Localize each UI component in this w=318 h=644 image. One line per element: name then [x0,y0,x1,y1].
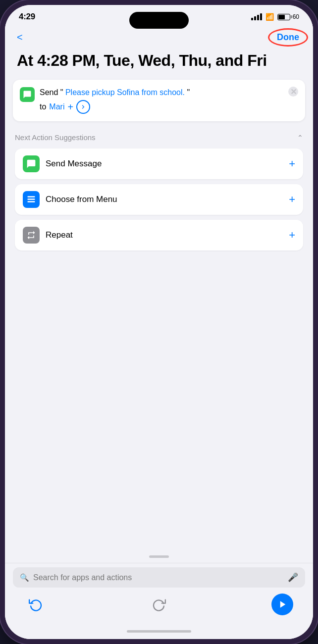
svg-rect-1 [28,199,35,200]
action-send-prefix: Send " [40,88,65,97]
suggestion-send-message[interactable]: Send Message + [15,149,303,179]
undo-icon [29,597,43,611]
suggestions-header: Next Action Suggestions ⌃ [15,133,303,142]
search-bar[interactable]: 🔍 🎤 [13,567,305,588]
home-indicator [5,623,313,639]
expand-action-button[interactable] [76,100,90,114]
status-time: 4:29 [19,12,35,22]
play-button[interactable] [271,594,293,615]
action-to-word: to [40,101,46,113]
svg-rect-2 [28,201,35,203]
svg-rect-0 [28,197,35,198]
suggestion-choose-from-menu[interactable]: Choose from Menu + [15,184,303,215]
messages-app-icon [20,87,35,102]
search-icon: 🔍 [20,573,29,582]
action-message-content[interactable]: Please pickup Sofina from school. [65,88,185,97]
send-message-icon [23,155,40,172]
microphone-icon[interactable]: 🎤 [288,572,298,583]
message-bubble-icon [23,90,32,99]
recipient-tag[interactable]: Mari [49,101,64,113]
suggestion-repeat-label: Repeat [46,230,283,240]
wifi-icon: 📶 [265,13,274,21]
action-text-container: Send " Please pickup Sofina from school.… [40,87,281,114]
home-bar [127,630,191,633]
message-icon [26,159,36,169]
menu-icon [26,195,36,204]
back-button[interactable]: < [15,30,25,45]
chevron-right-icon [80,104,86,110]
title-section: At 4:28 PM, Tue, Wed, Thu, and Fri [5,49,313,80]
add-recipient-button[interactable]: + [67,99,73,114]
content-area: < Done At 4:28 PM, Tue, Wed, Thu, and Fr… [5,24,313,639]
dynamic-island [129,12,189,29]
add-repeat-button[interactable]: + [289,229,295,242]
suggestions-collapse-icon[interactable]: ⌃ [297,134,303,142]
done-button-wrapper: Done [273,32,303,43]
action-recipient-line: to Mari + [40,99,281,114]
status-icons: 📶 60 [251,13,299,21]
redo-button[interactable] [148,594,170,615]
repeat-arrows-icon [26,230,36,240]
add-choose-from-menu-button[interactable]: + [289,193,295,206]
done-button[interactable]: Done [273,30,303,44]
suggestions-section: Next Action Suggestions ⌃ Send Message + [5,131,313,260]
remove-action-button[interactable]: ✕ [288,87,298,97]
redo-icon [152,597,166,611]
svg-marker-3 [280,601,286,608]
add-send-message-button[interactable]: + [289,157,295,170]
page-title: At 4:28 PM, Tue, Wed, Thu, and Fri [17,51,301,70]
action-card[interactable]: Send " Please pickup Sofina from school.… [13,80,305,121]
scroll-area [5,260,313,551]
undo-button[interactable] [25,594,47,615]
bottom-toolbar [5,588,313,623]
suggestion-choose-from-menu-label: Choose from Menu [46,195,283,204]
bottom-search-area: 🔍 🎤 [5,563,313,588]
repeat-icon [23,227,40,244]
sheet-drag-handle [149,555,169,558]
suggestions-label: Next Action Suggestions [15,133,96,142]
choose-from-menu-icon [23,191,40,208]
search-input[interactable] [33,573,284,582]
suggestion-send-message-label: Send Message [46,159,283,169]
battery-icon: 60 [277,13,299,20]
battery-level: 60 [293,13,299,20]
suggestion-repeat[interactable]: Repeat + [15,220,303,250]
signal-bars-icon [251,13,262,20]
action-suffix: " [185,88,190,97]
play-icon [278,600,287,609]
